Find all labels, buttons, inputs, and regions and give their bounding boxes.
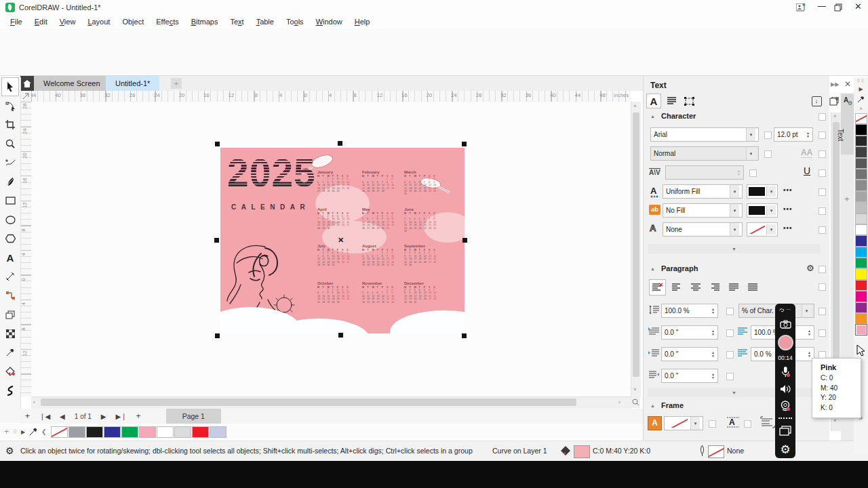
color-swatch-#2e3192[interactable]: [104, 426, 121, 438]
menu-layout[interactable]: Layout: [81, 16, 116, 27]
docker-collapse-icon[interactable]: ▶▶: [831, 81, 839, 87]
dimension-tool[interactable]: [1, 267, 19, 286]
color-swatch-#00aeef[interactable]: [855, 247, 867, 258]
selection-handle-br[interactable]: [462, 333, 467, 338]
paragraph-collapse-arrow[interactable]: ▲: [650, 266, 655, 271]
columns-checkbox[interactable]: [744, 420, 751, 428]
color-swatch-#92278f[interactable]: [855, 302, 867, 313]
new-tab-button[interactable]: +: [171, 78, 182, 89]
right-indent-checkbox[interactable]: [726, 373, 734, 380]
first-line-indent-checkbox[interactable]: [726, 329, 734, 337]
menu-window[interactable]: Window: [310, 16, 349, 27]
status-gear-icon[interactable]: ⚙: [5, 445, 14, 456]
fill-color-combo[interactable]: ▾: [747, 184, 778, 199]
color-swatch-#ffffff[interactable]: [855, 224, 867, 235]
recorder-menu-dots[interactable]: ⋯: [775, 304, 795, 316]
color-swatch-#ed1c24[interactable]: [192, 426, 209, 438]
polygon-tool[interactable]: [1, 229, 19, 248]
frame-collapse-arrow[interactable]: ▲: [650, 403, 655, 408]
font-style-checkbox[interactable]: [764, 150, 772, 158]
menu-help[interactable]: Help: [349, 16, 376, 27]
align-center-button[interactable]: [687, 279, 704, 296]
screenshot-camera-button[interactable]: [775, 316, 795, 333]
tab-welcome-screen[interactable]: Welcome Screen: [34, 76, 110, 91]
ruler-origin[interactable]: [20, 91, 32, 102]
selection-center-mark[interactable]: ✕: [338, 236, 344, 245]
font-checkbox[interactable]: [764, 131, 772, 139]
background-options-button[interactable]: •••: [783, 205, 793, 213]
underline-checkbox[interactable]: [818, 169, 826, 177]
docker-scroll-down[interactable]: ˅: [833, 418, 837, 424]
color-swatch-#2e3192[interactable]: [855, 235, 867, 246]
signin-avatar-icon[interactable]: [796, 3, 806, 12]
rectangle-tool[interactable]: [1, 191, 19, 210]
scroll-left-arrow[interactable]: ‹: [33, 399, 35, 405]
frame-tab[interactable]: [682, 94, 696, 108]
color-swatch-none[interactable]: [51, 426, 68, 438]
microphone-button[interactable]: [775, 363, 795, 380]
last-page-button[interactable]: ▶❘: [111, 413, 132, 420]
page-1-tab[interactable]: Page 1: [166, 409, 221, 424]
selection-handle-bl[interactable]: [215, 333, 220, 338]
color-swatch-#d9d9d9[interactable]: [855, 214, 867, 224]
line-spacing-checkbox[interactable]: [726, 308, 734, 315]
preview-button[interactable]: [827, 94, 842, 108]
palette-scroll-left[interactable]: ❮: [41, 428, 47, 435]
caps-icon[interactable]: AA: [801, 148, 812, 158]
menu-bitmaps[interactable]: Bitmaps: [185, 16, 224, 27]
selection-handle-tl[interactable]: [215, 142, 220, 146]
docker-close-icon[interactable]: ✕: [844, 79, 851, 89]
next-page-button[interactable]: ▶: [96, 413, 111, 420]
character-more-button[interactable]: ▼: [648, 244, 821, 253]
font-size-checkbox[interactable]: [818, 131, 826, 139]
import-text-button[interactable]: ↓: [809, 94, 824, 108]
background-fill-combo[interactable]: No Fill▾: [663, 203, 743, 218]
color-swatch-#000000[interactable]: [855, 124, 867, 135]
selection-handle-tm[interactable]: [338, 141, 342, 146]
fill-checkbox[interactable]: [818, 188, 826, 196]
home-tab-button[interactable]: [20, 76, 34, 91]
scroll-up-arrow[interactable]: ˄: [633, 103, 637, 109]
rpalette-flyout-arrow[interactable]: ▶: [854, 84, 868, 94]
freehand-tool[interactable]: [1, 153, 19, 172]
word-spacing-checkbox[interactable]: [818, 329, 826, 337]
frame-color-checkbox[interactable]: [709, 420, 716, 428]
first-page-button[interactable]: ❘◀: [35, 413, 55, 420]
add-page-after-button[interactable]: +: [132, 411, 146, 421]
color-swatch-#595959[interactable]: [855, 158, 867, 169]
color-eyedropper-tool[interactable]: [1, 343, 19, 362]
paragraph-section-checkbox[interactable]: [818, 266, 826, 273]
color-swatch-#fff200[interactable]: [855, 268, 867, 279]
line-spacing-spinner[interactable]: 100.0 %▲▼: [661, 304, 718, 318]
drop-shadow-tool[interactable]: [1, 305, 19, 324]
kerning-spinner[interactable]: ▲▼: [665, 165, 744, 180]
restore-button[interactable]: [834, 3, 842, 12]
rpalette-eyedropper-icon[interactable]: [856, 95, 865, 104]
font-style-combo[interactable]: Normal▾: [650, 146, 759, 161]
recorder-settings-gear[interactable]: ⚙: [775, 441, 795, 458]
vertical-ruler[interactable]: 28242016128404812: [20, 102, 32, 396]
ellipse-tool[interactable]: [1, 210, 19, 229]
spacing-units-checkbox[interactable]: [818, 308, 826, 315]
minimize-button[interactable]: —: [818, 1, 826, 11]
paragraph-tab[interactable]: [664, 94, 679, 108]
tab-untitled-1[interactable]: Untitled-1*: [106, 76, 159, 91]
menu-file[interactable]: File: [4, 16, 28, 27]
palette-drag-handle[interactable]: ⠿: [13, 429, 18, 435]
interactive-fill-tool[interactable]: [1, 381, 19, 400]
close-button[interactable]: ✕: [854, 1, 862, 12]
left-indent-spinner[interactable]: 0.0 "▲▼: [661, 347, 718, 361]
webcam-button[interactable]: [775, 397, 795, 414]
color-swatch-none[interactable]: [855, 113, 867, 124]
scroll-down-arrow[interactable]: ˅: [633, 386, 637, 392]
vertical-scrollbar[interactable]: ˄ ˅: [631, 102, 641, 396]
char-outline-checkbox[interactable]: [818, 226, 826, 234]
smart-fill-tool[interactable]: [1, 362, 19, 381]
background-checkbox[interactable]: [818, 207, 826, 215]
display-select-button[interactable]: [775, 421, 795, 441]
font-size-spinner[interactable]: 12.0 pt▲▼: [774, 127, 813, 142]
first-line-indent-spinner[interactable]: 0.0 "▲▼: [661, 325, 718, 340]
prev-page-button[interactable]: ◀: [55, 413, 70, 420]
color-swatch-#737373[interactable]: [855, 169, 867, 180]
palette-add-button[interactable]: +: [4, 427, 9, 436]
